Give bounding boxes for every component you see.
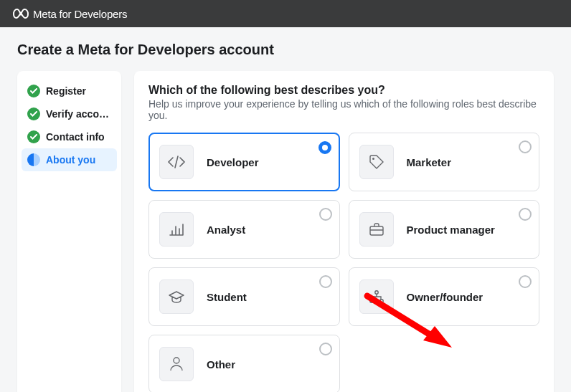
svg-point-2	[374, 291, 377, 294]
step-label: Contact info	[46, 131, 105, 143]
question-subtitle: Help us improve your experience by telli…	[148, 98, 539, 121]
chart-icon	[159, 212, 194, 247]
topbar: Meta for Developers	[0, 0, 571, 27]
role-developer[interactable]: Developer	[148, 133, 340, 191]
step-label: Register	[46, 85, 86, 97]
step-register[interactable]: Register	[22, 80, 117, 102]
radio-icon	[319, 275, 332, 288]
role-label: Owner/founder	[407, 291, 483, 303]
role-owner-founder[interactable]: Owner/founder	[349, 267, 540, 326]
step-contact-info[interactable]: Contact info	[22, 125, 117, 148]
role-label: Student	[207, 291, 247, 303]
check-circle-icon	[27, 107, 40, 120]
step-about-you[interactable]: About you	[22, 148, 117, 171]
role-label: Product manager	[407, 224, 495, 236]
radio-icon	[519, 140, 532, 153]
progress-circle-icon	[27, 153, 40, 166]
svg-rect-1	[370, 226, 383, 235]
role-product-manager[interactable]: Product manager	[349, 200, 540, 259]
svg-point-0	[372, 158, 374, 160]
step-label: Verify acco…	[46, 108, 109, 120]
radio-icon	[319, 343, 332, 355]
role-student[interactable]: Student	[148, 267, 340, 326]
role-label: Other	[207, 358, 235, 371]
layout: Register Verify acco… Contact info About…	[17, 71, 554, 392]
radio-icon	[519, 208, 532, 221]
role-label: Marketer	[407, 156, 452, 168]
role-analyst[interactable]: Analyst	[148, 200, 340, 259]
svg-point-5	[174, 358, 179, 363]
role-marketer[interactable]: Marketer	[349, 133, 540, 191]
person-icon	[159, 347, 194, 381]
page-title: Create a Meta for Developers account	[17, 42, 554, 58]
svg-point-4	[379, 300, 382, 302]
graduation-cap-icon	[159, 279, 194, 314]
svg-point-3	[369, 300, 372, 302]
tag-icon	[359, 145, 394, 179]
code-icon	[159, 145, 194, 179]
role-grid: Developer Marketer Analyst	[148, 133, 539, 392]
radio-icon	[519, 275, 532, 288]
check-circle-icon	[27, 130, 40, 143]
brand-text: Meta for Developers	[33, 8, 127, 20]
step-verify-account[interactable]: Verify acco…	[22, 102, 117, 125]
brand[interactable]: Meta for Developers	[13, 8, 127, 20]
role-other[interactable]: Other	[148, 335, 340, 392]
role-label: Developer	[207, 156, 259, 168]
question-title: Which of the following best describes yo…	[148, 84, 539, 97]
briefcase-icon	[359, 212, 394, 247]
radio-icon	[318, 141, 331, 154]
role-label: Analyst	[207, 224, 245, 236]
main-panel: Which of the following best describes yo…	[134, 71, 554, 392]
hierarchy-icon	[359, 279, 394, 314]
radio-icon	[319, 208, 332, 221]
step-label: About you	[46, 154, 95, 166]
sidebar: Register Verify acco… Contact info About…	[17, 71, 121, 392]
content: Create a Meta for Developers account Reg…	[0, 27, 571, 392]
meta-logo-icon	[13, 9, 29, 19]
check-circle-icon	[27, 85, 40, 97]
